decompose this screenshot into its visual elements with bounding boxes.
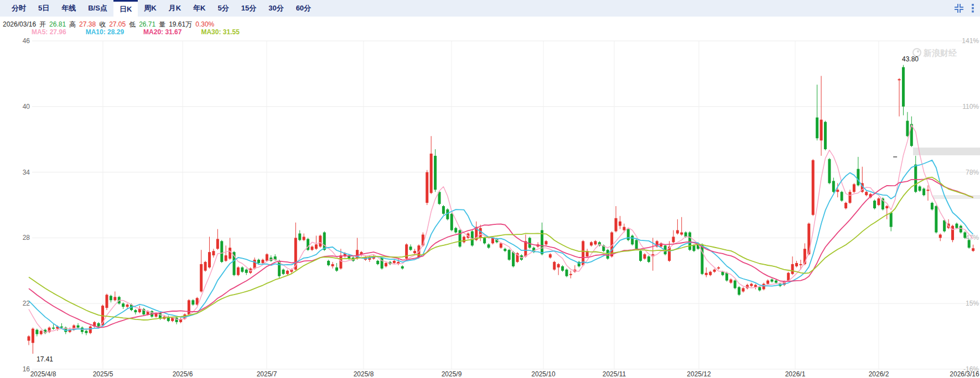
candle-body — [454, 228, 457, 233]
candle-body — [902, 67, 905, 107]
candle-body — [877, 198, 880, 205]
candle-body — [742, 288, 745, 291]
candle-body — [775, 281, 777, 283]
candle-body — [225, 255, 227, 261]
candle-body — [188, 300, 190, 314]
info-date: 2026/03/16 — [3, 20, 36, 28]
candle-body — [393, 261, 396, 263]
tab-rik[interactable]: 日K — [113, 0, 138, 17]
x-axis-label: 2025/8 — [354, 370, 374, 378]
candle-body — [212, 251, 215, 255]
candle-body — [60, 327, 63, 328]
tab-5fen[interactable]: 5分 — [211, 0, 235, 17]
collapse-icon[interactable] — [953, 3, 965, 14]
candle-body — [463, 237, 465, 242]
candle-body — [766, 281, 769, 284]
tab-niank[interactable]: 年K — [187, 0, 211, 17]
ma-line-ma5 — [29, 125, 973, 333]
candle-body — [376, 261, 379, 264]
candle-body — [713, 270, 716, 272]
candle-body — [138, 309, 141, 312]
candle-body — [639, 251, 642, 261]
tab-yuek[interactable]: 月K — [163, 0, 187, 17]
candle-body — [594, 241, 597, 244]
candle-body — [812, 160, 815, 215]
info-volume-label: 量 — [159, 20, 165, 28]
candle-body — [951, 226, 954, 240]
candle-body — [890, 213, 893, 227]
y-axis-right-label: 110% — [962, 103, 979, 111]
candle-body — [721, 272, 724, 275]
marker-band — [913, 148, 980, 155]
candle-body — [245, 270, 248, 273]
candle-body — [28, 337, 30, 341]
info-close-label: 收 — [99, 20, 106, 28]
candle-body — [738, 287, 740, 295]
candle-body — [844, 203, 847, 208]
candle-body — [885, 206, 888, 208]
candle-body — [89, 327, 92, 333]
candle-body — [191, 300, 194, 305]
candle-body — [85, 331, 87, 333]
y-axis-left-label: 28 — [23, 234, 30, 242]
candle-body — [126, 305, 129, 307]
tab-15fen[interactable]: 15分 — [235, 0, 262, 17]
tab-zhouk[interactable]: 周K — [138, 0, 162, 17]
candle-body — [816, 118, 818, 139]
candle-body — [315, 244, 318, 249]
candle-body — [97, 323, 100, 327]
tab-30fen[interactable]: 30分 — [262, 0, 289, 17]
info-open-label: 开 — [39, 20, 46, 28]
info-high-value: 27.38 — [79, 20, 96, 28]
kline-chart[interactable]: 46141%40110%3478%2847%2215%16-16%2025/4/… — [0, 0, 980, 378]
candle-body — [339, 255, 342, 269]
candle-body — [208, 252, 211, 267]
candle-body — [122, 303, 125, 307]
candle-body — [791, 264, 794, 274]
candle-body — [385, 263, 387, 266]
candle-body — [828, 159, 831, 183]
tab-60fen[interactable]: 60分 — [290, 0, 317, 17]
candle-body — [561, 266, 564, 271]
candle-body — [590, 242, 593, 245]
candle-body — [253, 260, 256, 269]
info-low-value: 26.71 — [139, 20, 155, 28]
candle-body — [693, 245, 696, 251]
candle-body — [110, 296, 112, 300]
tab-5ri[interactable]: 5日 — [32, 0, 55, 17]
candle-body — [795, 263, 798, 266]
candle-body — [319, 235, 322, 246]
candle-body — [566, 270, 568, 276]
candle-body — [676, 230, 679, 234]
legend-ma5: MA5: 27.96 — [32, 28, 66, 36]
candle-body — [303, 237, 305, 240]
candle-body — [771, 280, 774, 282]
candle-body — [113, 297, 116, 300]
x-axis-label: 2026/2 — [869, 370, 889, 378]
candle-body — [799, 264, 802, 265]
candle-body — [685, 233, 687, 237]
y-axis-left-label: 16 — [23, 365, 30, 373]
tab-bs-point[interactable]: B/S点 — [82, 0, 113, 17]
candle-body — [356, 250, 359, 259]
candle-body — [310, 246, 313, 250]
candle-body — [734, 281, 737, 288]
candle-body — [327, 261, 330, 265]
kebab-menu-icon[interactable] — [971, 3, 974, 14]
info-high-label: 高 — [69, 20, 76, 28]
candle-body — [680, 233, 683, 235]
candle-body — [569, 274, 572, 275]
candle-body — [836, 190, 839, 192]
candle-body — [426, 172, 428, 203]
candle-body — [644, 254, 646, 259]
tab-fenshi[interactable]: 分时 — [6, 0, 32, 17]
candle-body — [758, 287, 761, 291]
high-price-annotation: 43.80 — [902, 55, 919, 63]
candle-body — [229, 248, 231, 259]
candle-body — [483, 238, 486, 243]
candle-body — [459, 230, 462, 247]
candle-body — [488, 244, 490, 248]
tab-nianxian[interactable]: 年线 — [55, 0, 82, 17]
candle-body — [853, 184, 855, 192]
candle-body — [849, 192, 852, 203]
